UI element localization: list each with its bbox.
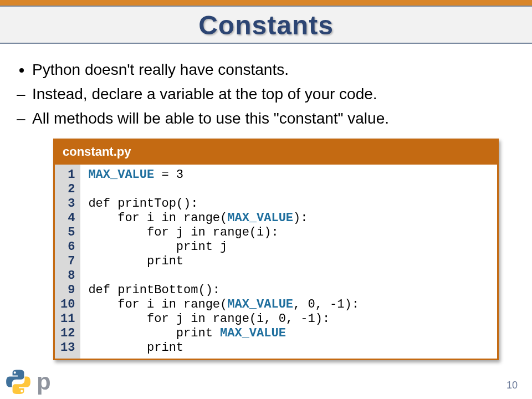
- python-logo: p: [4, 368, 51, 396]
- accent-top: [0, 0, 532, 6]
- line-number-gutter: 1 2 3 4 5 6 7 8 9 10 11 12 13: [55, 165, 80, 358]
- code-l6: print j: [88, 240, 227, 254]
- slide-body: Python doesn't really have constants. In…: [19, 59, 513, 129]
- code-l13: print: [88, 341, 183, 355]
- code-l11: for j in range(i, 0, -1):: [88, 312, 330, 326]
- code-l4a: for i in range(: [88, 211, 227, 225]
- filename-tab: constant.py: [55, 140, 497, 165]
- code-l10a: for i in range(: [88, 298, 227, 311]
- bullet-sub-1: Instead, declare a variable at the top o…: [32, 84, 513, 105]
- bullet-main: Python doesn't really have constants.: [32, 59, 513, 80]
- const-max-value: MAX_VALUE: [227, 211, 293, 225]
- code-content: MAX_VALUE = 3 def printTop(): for i in r…: [80, 165, 497, 358]
- page-number: 10: [507, 380, 518, 391]
- const-max-value: MAX_VALUE: [227, 298, 293, 311]
- bullet-sub-2: All methods will be able to use this "co…: [32, 108, 513, 129]
- code-l1-rest: = 3: [154, 168, 183, 182]
- code-l4b: ):: [293, 211, 308, 225]
- python-logo-text: p: [37, 369, 51, 395]
- code-l5: for j in range(i):: [88, 226, 278, 239]
- code-l12a: print: [88, 326, 220, 340]
- title-band: Constants: [0, 6, 532, 44]
- const-max-value: MAX_VALUE: [220, 326, 286, 340]
- code-body: 1 2 3 4 5 6 7 8 9 10 11 12 13 MAX_VALUE …: [55, 165, 497, 358]
- code-l3: def printTop():: [88, 197, 198, 211]
- slide-title: Constants: [0, 10, 532, 40]
- code-l7: print: [88, 254, 183, 268]
- code-block: constant.py 1 2 3 4 5 6 7 8 9 10 11 12 1…: [53, 139, 499, 360]
- python-icon: [4, 368, 32, 396]
- const-max-value: MAX_VALUE: [88, 168, 154, 182]
- code-l9: def printBottom():: [88, 283, 220, 297]
- code-l10b: , 0, -1):: [293, 298, 359, 311]
